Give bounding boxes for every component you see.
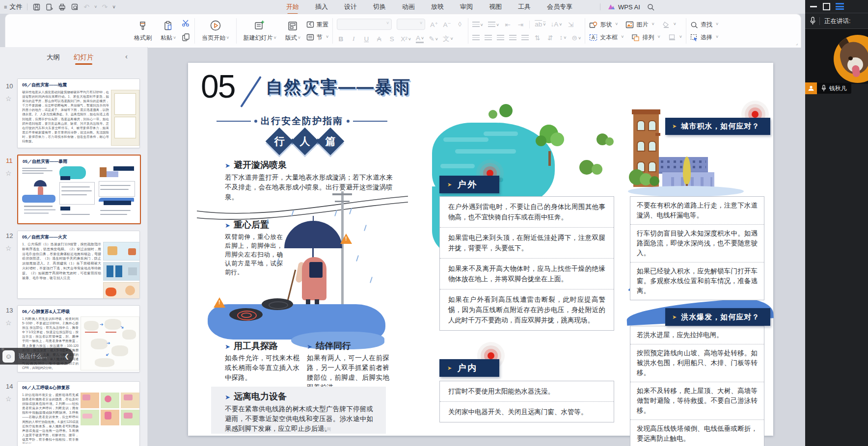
file-menu-button[interactable]: ≡ 文件 xyxy=(4,2,22,11)
slide-section-number[interactable]: 05 xyxy=(201,68,235,105)
slide-thumbnail-11-selected[interactable]: 05／自然灾害——暴雨 xyxy=(17,155,141,224)
flood-box[interactable]: 若洪水进屋，应先拉掉电闸。 按照预定路线向山坡、高地等处转移。如被洪水包围，利用… xyxy=(630,326,764,446)
tab-animation[interactable]: 动画 xyxy=(402,2,415,11)
tab-member[interactable]: 会员专享 xyxy=(547,2,572,11)
font-size-combo[interactable] xyxy=(397,19,425,30)
slide-canvas[interactable]: 05 自然灾害——暴雨 出行安全防护指南 行 人 篇 ➤避开漩涡喷泉 若下水道井… xyxy=(188,63,773,436)
char-border-icon[interactable]: A xyxy=(375,35,383,43)
star-icon[interactable]: ☆ xyxy=(5,244,12,252)
tab-home[interactable]: 开始 xyxy=(286,2,299,11)
picture-button[interactable]: 图片˅ xyxy=(625,21,654,29)
section-heading-companion[interactable]: ➤结伴同行 xyxy=(307,340,351,352)
tab-insert[interactable]: 插入 xyxy=(315,2,328,11)
city-water-box[interactable]: 不要在有积水的道路上行走，注意下水道漩涡、电线杆漏电等。 行车切勿盲目驶入未知深… xyxy=(630,196,764,300)
minimize-icon[interactable] xyxy=(810,6,817,7)
font-name-combo[interactable] xyxy=(337,19,392,30)
decrease-font-icon[interactable]: A⁻ xyxy=(443,21,451,28)
maximize-icon[interactable] xyxy=(823,3,830,10)
print-icon[interactable] xyxy=(58,3,66,11)
outdoor-header[interactable]: ➤户外 xyxy=(439,176,499,193)
speaker-video-tile[interactable] xyxy=(805,29,868,84)
star-icon[interactable]: ☆ xyxy=(5,395,12,403)
font-color-icon[interactable]: A˅ xyxy=(416,34,424,43)
strikethrough-icon[interactable]: S xyxy=(388,35,396,43)
flood-header[interactable]: ➤洪水爆发，如何应对？ xyxy=(665,308,770,326)
print-preview-icon[interactable] xyxy=(71,3,79,11)
paste-button[interactable]: 粘贴˅ xyxy=(158,20,179,42)
undo-caret-icon[interactable]: ˅ xyxy=(94,4,97,9)
section-heading-whirlpool[interactable]: ➤避开漩涡喷泉 xyxy=(225,159,287,171)
italic-icon[interactable]: I xyxy=(350,35,357,43)
phonetic-icon[interactable]: 文˅ xyxy=(443,34,453,43)
star-icon[interactable]: ☆ xyxy=(5,169,12,177)
tab-design[interactable]: 设计 xyxy=(344,2,357,11)
align-left-icon[interactable] xyxy=(472,33,480,42)
cut-button[interactable] xyxy=(182,19,190,29)
superscript-icon[interactable]: X²˅ xyxy=(401,35,411,43)
star-icon[interactable]: ☆ xyxy=(5,319,12,327)
highlight-icon[interactable]: ✎˅ xyxy=(429,35,438,43)
collapse-panel-icon[interactable]: ‹ xyxy=(125,52,128,60)
arrange-button[interactable]: 排列˅ xyxy=(631,33,660,42)
section-button[interactable]: 节˅ xyxy=(306,33,328,42)
bold-icon[interactable]: B xyxy=(337,35,345,43)
slide-thumbnail-14[interactable]: 06／人工呼吸&心肺复苏 1.评估现场环境安全，观察现场有无威胁患者和施救者安全… xyxy=(17,381,140,446)
outline-frame-button[interactable]: ˅ xyxy=(668,34,682,41)
indoor-header[interactable]: ➤户内 xyxy=(439,359,499,377)
section-heading-tool[interactable]: ➤用工具探路 xyxy=(225,340,278,352)
clear-format-icon[interactable]: ◊ xyxy=(456,21,464,28)
new-slide-button[interactable]: 新建幻灯片˅ xyxy=(241,20,279,42)
tab-review[interactable]: 审阅 xyxy=(460,2,473,11)
save-icon[interactable] xyxy=(32,3,40,11)
align-right-icon[interactable] xyxy=(497,33,504,42)
fill-color-button[interactable]: ˅ xyxy=(662,21,676,28)
chat-input-placeholder[interactable]: 说点什么... xyxy=(19,352,47,361)
section-body-balance[interactable]: 双臂前伸，重心放在后脚上，前脚伸出，用脚尖左右扫动，确认前方是平地，试探前行。 xyxy=(225,233,283,277)
decrease-indent-icon[interactable]: ⇤ xyxy=(504,21,512,28)
play-from-current-button[interactable]: 当页开始˅ xyxy=(199,20,232,42)
city-water-header[interactable]: ➤城市积水，如何应对？ xyxy=(665,118,770,135)
column-spacing-icon[interactable]: ⇵ xyxy=(546,34,554,42)
tab-outline[interactable]: 大纲 xyxy=(47,53,60,62)
star-icon[interactable]: ☆ xyxy=(5,95,12,103)
meeting-chat-pill[interactable]: ☺ 说点什么... ❮ xyxy=(0,348,74,365)
select-button[interactable]: 选择˅ xyxy=(690,33,718,42)
text-align-vertical-icon[interactable]: ⊜˅ xyxy=(572,34,581,42)
undo-icon[interactable]: ↶ xyxy=(83,3,89,11)
format-painter-button[interactable]: 格式刷 xyxy=(131,20,155,42)
tab-slides[interactable]: 幻灯片 xyxy=(74,53,94,62)
slide-thumbnail-12[interactable]: 05／自然灾害——火灾 1、公共场所（1）迅速拨打119报警，按照疏散指示标有序… xyxy=(17,231,140,299)
bullet-list-icon[interactable]: ˅ xyxy=(472,20,483,29)
underline-icon[interactable]: U xyxy=(362,35,370,43)
emoji-icon[interactable]: ☺ xyxy=(2,350,15,363)
section-heading-balance[interactable]: ➤重心后置 xyxy=(225,219,269,231)
align-center-icon[interactable] xyxy=(485,33,492,42)
collapse-chat-icon[interactable]: ❮ xyxy=(60,353,69,360)
indoor-box[interactable]: 打雷时不要使用太阳能热水器洗澡。 关闭家中电器开关、关闭且远离门窗、水管等。 xyxy=(439,381,614,422)
wps-ai-button[interactable]: WPS AI xyxy=(607,3,640,11)
row-spacing-icon[interactable]: ⇅ xyxy=(534,34,542,42)
copy-button[interactable] xyxy=(182,33,190,43)
layout-button[interactable]: 版式˅ xyxy=(282,20,303,42)
ribbon-expand-icon[interactable]: ⌟ xyxy=(796,41,798,46)
increase-indent-icon[interactable]: ⇥ xyxy=(516,21,524,28)
distribute-icon[interactable] xyxy=(521,33,529,42)
line-spacing-icon[interactable]: ↕˅ xyxy=(559,34,567,41)
paragraph-panel-icon[interactable]: ⇲ xyxy=(567,21,574,28)
find-button[interactable]: 查找˅ xyxy=(690,21,718,29)
power-equipment-box[interactable]: ➤远离电力设备 不要在紧靠供电线路的树木或大型广告牌下停留或避雨，不要靠近架空供… xyxy=(211,387,386,434)
numbered-list-icon[interactable]: ˅ xyxy=(488,20,499,29)
tab-slideshow[interactable]: 放映 xyxy=(431,2,444,11)
export-icon[interactable] xyxy=(45,3,53,11)
shapes-button[interactable]: 形状˅ xyxy=(589,21,618,29)
increase-font-icon[interactable]: A⁺ xyxy=(430,21,438,28)
tab-view[interactable]: 视图 xyxy=(489,2,502,11)
textbox-button[interactable]: A 文本框˅ xyxy=(589,33,624,42)
tab-transition[interactable]: 切换 xyxy=(373,2,386,11)
slide-thumbnail-10[interactable]: 05／自然灾害——地震 破坏性地震从人感觉震动到建筑物被破坏平均只有12秒钟，在… xyxy=(17,79,140,148)
justify-icon[interactable] xyxy=(509,33,516,42)
slide-title[interactable]: 自然灾害——暴雨 xyxy=(266,76,411,99)
reset-button[interactable]: 重置 xyxy=(306,21,328,29)
section-body-tool[interactable]: 如条件允许，可找来木棍或长柄雨伞等直立插入水中探路。 xyxy=(225,353,299,383)
tab-tools[interactable]: 工具 xyxy=(518,2,531,11)
